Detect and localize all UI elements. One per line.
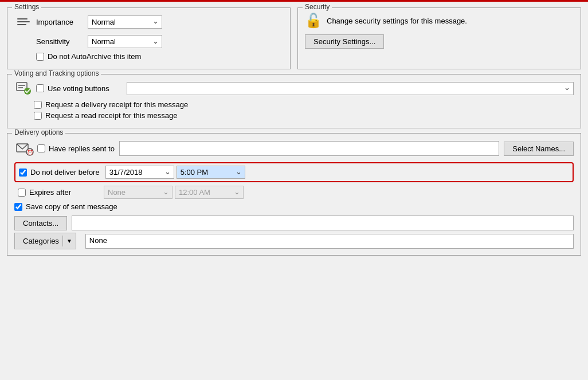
- voting-buttons-row: Use voting buttons: [14, 79, 574, 97]
- categories-button[interactable]: Categories ▼: [14, 233, 76, 249]
- deliver-date-select[interactable]: 31/7/2018: [105, 166, 174, 179]
- importance-label: Importance: [36, 18, 88, 26]
- expires-after-row: Expires after None 12:00 AM: [14, 186, 574, 199]
- categories-dropdown-arrow[interactable]: ▼: [62, 236, 76, 246]
- security-section-label: Security: [303, 3, 332, 11]
- voting-section: Voting and Tracking options Use voting b…: [7, 74, 581, 128]
- expires-date-wrapper: None: [104, 186, 173, 199]
- delivery-icon: ⏰: [14, 138, 35, 159]
- sensitivity-label: Sensitivity: [36, 37, 88, 46]
- icon-line-2: [17, 21, 30, 22]
- do-not-deliver-row: Do not deliver before 31/7/2018 5:00 PM: [14, 162, 574, 182]
- have-replies-label: Have replies sent to: [49, 144, 115, 153]
- use-voting-checkbox[interactable]: [36, 84, 44, 92]
- autoarchive-label: Do not AutoArchive this item: [48, 52, 141, 61]
- expires-after-checkbox[interactable]: [18, 189, 26, 197]
- categories-value: None: [85, 234, 574, 249]
- select-names-button[interactable]: Select Names...: [504, 142, 574, 156]
- voting-buttons-select-wrapper: [127, 82, 574, 95]
- contacts-button-wrapper: Contacts...: [14, 216, 67, 230]
- deliver-date-wrapper: 31/7/2018: [105, 166, 174, 179]
- voting-icon: [14, 79, 33, 97]
- sensitivity-select[interactable]: Normal Personal Private Confidential: [88, 35, 162, 48]
- deliver-time-select[interactable]: 5:00 PM: [177, 166, 245, 179]
- lines-icon: [17, 18, 30, 25]
- contacts-input[interactable]: [72, 216, 574, 230]
- contacts-row: Contacts...: [14, 216, 574, 230]
- expires-after-label: Expires after: [29, 188, 98, 197]
- delivery-section: Delivery options ⏰ Have replies sent to …: [7, 133, 581, 256]
- have-replies-input[interactable]: [119, 141, 499, 156]
- sensitivity-select-wrapper: Normal Personal Private Confidential: [88, 35, 162, 48]
- delivery-section-label: Delivery options: [12, 128, 65, 136]
- have-replies-row: ⏰ Have replies sent to Select Names...: [14, 138, 574, 159]
- settings-icon: [14, 13, 33, 31]
- settings-section-label: Settings: [12, 3, 41, 11]
- security-settings-button[interactable]: Security Settings...: [305, 34, 384, 49]
- voting-svg-icon: [15, 80, 32, 96]
- categories-label: Categories: [23, 237, 59, 245]
- expires-time-wrapper: 12:00 AM: [175, 186, 244, 199]
- main-container: Settings Importance Low Normal High: [0, 0, 588, 380]
- top-sections: Settings Importance Low Normal High: [7, 7, 581, 69]
- save-copy-row: Save copy of sent message: [14, 202, 574, 211]
- security-button-wrapper: Security Settings...: [305, 34, 574, 49]
- do-not-deliver-checkbox[interactable]: [19, 169, 27, 177]
- importance-row: Importance Low Normal High: [14, 13, 283, 31]
- expires-time-select[interactable]: 12:00 AM: [175, 186, 244, 199]
- do-not-deliver-label: Do not deliver before: [30, 168, 100, 177]
- sensitivity-row: Sensitivity Normal Personal Private Conf…: [14, 35, 283, 48]
- delivery-receipt-row: Request a delivery receipt for this mess…: [14, 100, 574, 109]
- save-copy-label: Save copy of sent message: [26, 202, 117, 211]
- importance-select-wrapper: Low Normal High: [88, 15, 162, 29]
- voting-buttons-select[interactable]: [127, 82, 574, 95]
- save-copy-checkbox[interactable]: [14, 203, 22, 211]
- delivery-svg-icon: ⏰: [15, 139, 34, 158]
- lock-icon: 🔓: [305, 13, 322, 29]
- use-voting-label: Use voting buttons: [48, 84, 122, 93]
- voting-section-label: Voting and Tracking options: [12, 69, 101, 77]
- security-description: Change security settings for this messag…: [327, 17, 467, 25]
- deliver-time-wrapper: 5:00 PM: [177, 166, 245, 179]
- delivery-receipt-checkbox[interactable]: [34, 101, 42, 109]
- expires-date-select[interactable]: None: [104, 186, 173, 199]
- importance-select[interactable]: Low Normal High: [88, 15, 162, 29]
- contacts-button[interactable]: Contacts...: [14, 216, 67, 230]
- have-replies-checkbox[interactable]: [37, 144, 45, 152]
- svg-text:⏰: ⏰: [27, 149, 34, 156]
- read-receipt-checkbox[interactable]: [34, 112, 42, 120]
- autoarchive-checkbox[interactable]: [36, 53, 44, 61]
- read-receipt-label: Request a read receipt for this message: [45, 111, 178, 120]
- security-section: Security 🔓 Change security settings for …: [297, 7, 581, 69]
- autoarchive-row: Do not AutoArchive this item: [14, 52, 283, 61]
- settings-section: Settings Importance Low Normal High: [7, 7, 291, 69]
- read-receipt-row: Request a read receipt for this message: [14, 111, 574, 120]
- categories-row: Categories ▼ None: [14, 233, 574, 249]
- security-top: 🔓 Change security settings for this mess…: [305, 13, 574, 29]
- icon-line-1: [17, 18, 28, 19]
- categories-button-wrapper: Categories ▼: [14, 233, 81, 249]
- icon-line-3: [17, 24, 26, 25]
- delivery-receipt-label: Request a delivery receipt for this mess…: [45, 100, 188, 109]
